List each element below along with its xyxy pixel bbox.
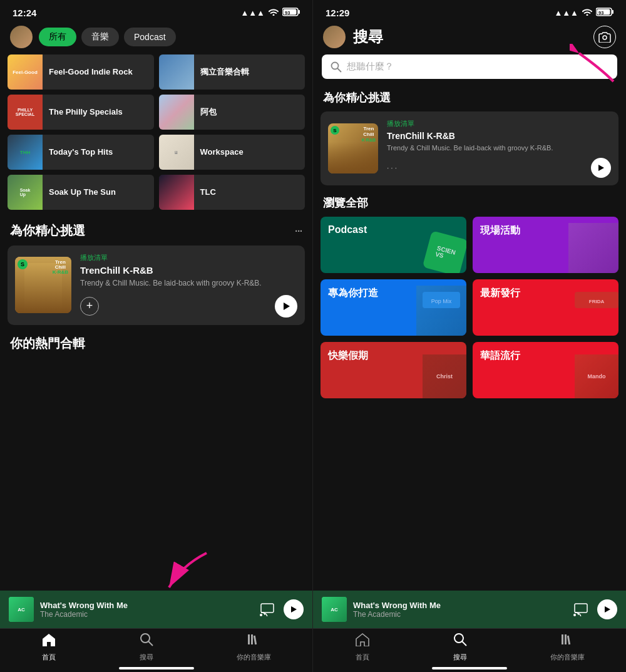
library-icon-right bbox=[560, 633, 574, 650]
search-header-left: 搜尋 bbox=[323, 26, 383, 48]
add-button-left[interactable]: + bbox=[80, 297, 99, 316]
filter-tabs: 所有 音樂 Podcast bbox=[39, 28, 176, 46]
category-label-new: 最新發行 bbox=[480, 287, 520, 300]
pink-arrow-left bbox=[156, 547, 219, 597]
wifi-icon-right bbox=[582, 8, 592, 18]
category-label-holiday: 快樂假期 bbox=[328, 349, 368, 363]
grid-item-tlc[interactable]: TLC bbox=[159, 175, 305, 210]
svg-text:93: 93 bbox=[598, 10, 603, 16]
grid-item-abc[interactable]: 阿包 bbox=[159, 95, 305, 130]
player-info-left: What's Wrong With Me The Academic bbox=[40, 601, 254, 619]
featured-thumb-right: S TrenChillK·R&B bbox=[328, 123, 378, 173]
svg-marker-4 bbox=[284, 302, 290, 310]
play-button-player-left[interactable] bbox=[284, 599, 304, 619]
featured-title-right: TrenChill K-R&B bbox=[387, 131, 611, 141]
category-custom[interactable]: 專為你打造 Pop Mix bbox=[321, 279, 466, 336]
tab-library-label-left: 你的音樂庫 bbox=[237, 653, 271, 662]
category-holiday[interactable]: 快樂假期 Christ bbox=[321, 342, 466, 398]
svg-marker-25 bbox=[605, 606, 610, 613]
tab-home-right[interactable]: 首頁 bbox=[355, 633, 370, 662]
filter-tab-music[interactable]: 音樂 bbox=[81, 28, 119, 46]
featured-desc-right: Trendy & Chill Music. Be laid-back with … bbox=[387, 143, 611, 153]
svg-rect-30 bbox=[567, 636, 570, 644]
thumb-soak: SoakUp bbox=[8, 175, 43, 210]
curated-title-right: 為你精心挑選 bbox=[313, 88, 626, 111]
category-label-chinese: 華語流行 bbox=[480, 349, 520, 363]
thumb-today: THH bbox=[8, 135, 43, 170]
home-indicator-right bbox=[432, 667, 507, 669]
grid-item-label-indie: 獨立音樂合輯 bbox=[194, 67, 255, 78]
status-icons-right: ▲▲▲ 93 bbox=[554, 8, 613, 18]
signal-icon-right: ▲▲▲ bbox=[554, 8, 578, 18]
bottom-player-left[interactable]: AC What's Wrong With Me The Academic bbox=[0, 591, 312, 628]
status-bar-right: 12:29 ▲▲▲ 93 bbox=[313, 0, 626, 22]
cast-button-right[interactable] bbox=[573, 601, 588, 618]
featured-card-right[interactable]: S TrenChillK·R&B 播放清單 TrenChill K-R&B Tr… bbox=[321, 111, 618, 185]
left-phone-panel: 12:24 ▲▲▲ 93 所有 音樂 Podcast Feel-Good bbox=[0, 0, 313, 672]
home-icon-right bbox=[355, 633, 370, 650]
player-controls-left bbox=[260, 599, 304, 619]
camera-button[interactable] bbox=[593, 26, 616, 48]
thumb-tlc bbox=[159, 175, 194, 210]
time-right: 12:29 bbox=[326, 8, 349, 18]
avatar-left[interactable] bbox=[10, 26, 33, 48]
category-label-podcast: Podcast bbox=[328, 224, 367, 235]
play-button-player-right[interactable] bbox=[597, 599, 617, 619]
tab-search-right[interactable]: 搜尋 bbox=[453, 633, 467, 662]
thumb-feel-good: Feel-Good bbox=[8, 54, 43, 90]
home-icon-left bbox=[41, 633, 56, 650]
tab-home-label-left: 首頁 bbox=[42, 653, 56, 662]
grid-item-indie[interactable]: 獨立音樂合輯 bbox=[159, 54, 305, 90]
featured-tag-right: 播放清單 bbox=[387, 119, 611, 128]
thumb-indie bbox=[159, 54, 194, 90]
grid-item-soak[interactable]: SoakUp Soak Up The Sun bbox=[8, 175, 154, 210]
svg-point-9 bbox=[141, 634, 150, 643]
featured-tag-left: 播放清單 bbox=[80, 253, 297, 262]
featured-more[interactable]: ··· bbox=[295, 226, 302, 236]
svg-rect-6 bbox=[261, 604, 274, 613]
play-button-featured-right[interactable] bbox=[591, 158, 611, 178]
grid-item-philly[interactable]: PHILLYSPECIAL The Philly Specials bbox=[8, 95, 154, 130]
search-icon-input bbox=[331, 61, 342, 73]
category-live[interactable]: 現場活動 bbox=[473, 217, 618, 273]
category-new[interactable]: 最新發行 FRIDA bbox=[473, 279, 618, 336]
right-phone-panel: 12:29 ▲▲▲ 93 搜尋 bbox=[313, 0, 626, 672]
bottom-player-right[interactable]: AC What's Wrong With Me The Academic bbox=[313, 591, 626, 628]
svg-point-26 bbox=[454, 634, 463, 643]
tab-search-left[interactable]: 搜尋 bbox=[140, 633, 153, 662]
svg-point-18 bbox=[603, 36, 607, 39]
tab-search-label-right: 搜尋 bbox=[453, 653, 467, 662]
svg-line-27 bbox=[462, 641, 466, 646]
cast-button-left[interactable] bbox=[260, 601, 275, 618]
tab-home-label-right: 首頁 bbox=[356, 653, 369, 662]
svg-rect-12 bbox=[251, 634, 253, 644]
tab-library-left[interactable]: 你的音樂庫 bbox=[237, 633, 271, 662]
svg-rect-23 bbox=[575, 604, 587, 613]
category-chinese[interactable]: 華語流行 Mando bbox=[473, 342, 618, 398]
featured-section-title-left: 為你精心挑選 ··· bbox=[0, 212, 312, 246]
search-icon-right bbox=[453, 633, 467, 650]
svg-point-20 bbox=[332, 62, 339, 69]
featured-title-left: TrenChill K-R&B bbox=[80, 265, 297, 276]
avatar-right[interactable] bbox=[323, 26, 346, 48]
grid-item-label-workspace: Workspace bbox=[194, 147, 250, 158]
filter-tab-podcast[interactable]: Podcast bbox=[124, 28, 176, 46]
grid-item-workspace[interactable]: 🖥 Workspace bbox=[159, 135, 305, 170]
featured-card-left[interactable]: S TrenChillK·R&B 播放清單 TrenChill K-R&B Tr… bbox=[8, 246, 305, 325]
grid-item-label-feel-good: Feel-Good Indie Rock bbox=[43, 67, 139, 78]
player-title-left: What's Wrong With Me bbox=[40, 601, 254, 610]
play-button-left[interactable] bbox=[275, 295, 297, 318]
tab-library-right[interactable]: 你的音樂庫 bbox=[550, 633, 585, 662]
tab-library-label-right: 你的音樂庫 bbox=[550, 653, 585, 662]
grid-item-feel-good[interactable]: Feel-Good Feel-Good Indie Rock bbox=[8, 54, 154, 90]
grid-item-today[interactable]: THH Today's Top Hits bbox=[8, 135, 154, 170]
battery-right: 93 bbox=[596, 8, 613, 18]
svg-rect-13 bbox=[254, 636, 257, 644]
header-left: 所有 音樂 Podcast bbox=[0, 22, 312, 54]
filter-tab-all[interactable]: 所有 bbox=[39, 28, 76, 46]
category-podcast[interactable]: Podcast SCIENVS bbox=[321, 217, 466, 273]
tab-home-left[interactable]: 首頁 bbox=[41, 633, 56, 662]
home-indicator-left bbox=[119, 667, 194, 669]
wifi-icon bbox=[269, 8, 279, 18]
search-input-container[interactable]: 想聽什麼？ bbox=[322, 54, 617, 79]
